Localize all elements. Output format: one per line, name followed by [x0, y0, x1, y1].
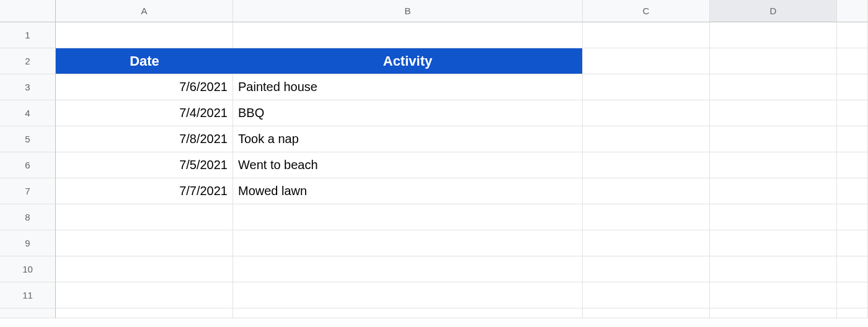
cell-a4[interactable]: 7/4/2021 [56, 100, 233, 126]
cell-a6[interactable]: 7/5/2021 [56, 152, 233, 178]
column-header-row: A B C D [0, 0, 868, 22]
cell-d10[interactable] [710, 256, 837, 282]
cell-d4[interactable] [710, 100, 837, 126]
cell-a7[interactable]: 7/7/2021 [56, 178, 233, 204]
cell-a8[interactable] [56, 204, 233, 230]
cell-b3[interactable]: Painted house [233, 74, 583, 100]
cell-a3[interactable]: 7/6/2021 [56, 74, 233, 100]
cell-c4[interactable] [583, 100, 710, 126]
row-header-3[interactable]: 3 [0, 74, 56, 100]
cell-c1[interactable] [583, 22, 710, 48]
cell-b6[interactable]: Went to beach [233, 152, 583, 178]
row-1: 1 [0, 22, 868, 48]
row-10: 10 [0, 256, 868, 282]
cell-b8[interactable] [233, 204, 583, 230]
cell-b2[interactable]: Activity [233, 48, 583, 74]
cell-b1[interactable] [233, 22, 583, 48]
cell-e6[interactable] [837, 152, 868, 178]
cell-e5[interactable] [837, 126, 868, 152]
cell-e11[interactable] [837, 282, 868, 308]
row-2: 2 Date Activity [0, 48, 868, 74]
cell-d9[interactable] [710, 230, 837, 256]
cell-c11[interactable] [583, 282, 710, 308]
cell-a11[interactable] [56, 282, 233, 308]
cell-a12[interactable] [56, 308, 233, 318]
cell-b5[interactable]: Took a nap [233, 126, 583, 152]
cell-d7[interactable] [710, 178, 837, 204]
cell-b12[interactable] [233, 308, 583, 318]
row-8: 8 [0, 204, 868, 230]
row-5: 5 7/8/2021 Took a nap [0, 126, 868, 152]
cell-c2[interactable] [583, 48, 710, 74]
select-all-corner[interactable] [0, 0, 56, 22]
cell-c8[interactable] [583, 204, 710, 230]
cell-c6[interactable] [583, 152, 710, 178]
cell-d8[interactable] [710, 204, 837, 230]
cell-e1[interactable] [837, 22, 868, 48]
cell-b4[interactable]: BBQ [233, 100, 583, 126]
cell-a9[interactable] [56, 230, 233, 256]
cell-a2[interactable]: Date [56, 48, 233, 74]
row-9: 9 [0, 230, 868, 256]
cell-b9[interactable] [233, 230, 583, 256]
cell-d1[interactable] [710, 22, 837, 48]
col-header-d[interactable]: D [710, 0, 837, 22]
row-header-10[interactable]: 10 [0, 256, 56, 282]
row-3: 3 7/6/2021 Painted house [0, 74, 868, 100]
cell-d2[interactable] [710, 48, 837, 74]
cell-a1[interactable] [56, 22, 233, 48]
cell-a10[interactable] [56, 256, 233, 282]
cell-b7[interactable]: Mowed lawn [233, 178, 583, 204]
cell-d12[interactable] [710, 308, 837, 318]
spreadsheet: A B C D 1 2 Date Activity 3 7/6/2021 Pai… [0, 0, 868, 327]
row-header-9[interactable]: 9 [0, 230, 56, 256]
row-header-1[interactable]: 1 [0, 22, 56, 48]
cell-d6[interactable] [710, 152, 837, 178]
cell-a5[interactable]: 7/8/2021 [56, 126, 233, 152]
cell-d5[interactable] [710, 126, 837, 152]
cell-c12[interactable] [583, 308, 710, 318]
cell-e4[interactable] [837, 100, 868, 126]
col-header-b[interactable]: B [233, 0, 583, 22]
cell-c5[interactable] [583, 126, 710, 152]
row-header-8[interactable]: 8 [0, 204, 56, 230]
row-7: 7 7/7/2021 Mowed lawn [0, 178, 868, 204]
col-header-a[interactable]: A [56, 0, 233, 22]
row-6: 6 7/5/2021 Went to beach [0, 152, 868, 178]
cell-c9[interactable] [583, 230, 710, 256]
col-header-c[interactable]: C [583, 0, 710, 22]
row-header-7[interactable]: 7 [0, 178, 56, 204]
cell-c7[interactable] [583, 178, 710, 204]
row-4: 4 7/4/2021 BBQ [0, 100, 868, 126]
cell-e10[interactable] [837, 256, 868, 282]
cell-e12[interactable] [837, 308, 868, 318]
cell-e7[interactable] [837, 178, 868, 204]
cell-b11[interactable] [233, 282, 583, 308]
cell-d11[interactable] [710, 282, 837, 308]
row-header-11[interactable]: 11 [0, 282, 56, 308]
cell-e9[interactable] [837, 230, 868, 256]
cell-b10[interactable] [233, 256, 583, 282]
row-header-2[interactable]: 2 [0, 48, 56, 74]
row-header-5[interactable]: 5 [0, 126, 56, 152]
row-header-4[interactable]: 4 [0, 100, 56, 126]
cell-c10[interactable] [583, 256, 710, 282]
cell-e8[interactable] [837, 204, 868, 230]
row-12-partial [0, 308, 868, 318]
col-header-e[interactable] [837, 0, 868, 22]
row-header-12[interactable] [0, 308, 56, 318]
cell-e3[interactable] [837, 74, 868, 100]
row-header-6[interactable]: 6 [0, 152, 56, 178]
cell-d3[interactable] [710, 74, 837, 100]
cell-e2[interactable] [837, 48, 868, 74]
cell-c3[interactable] [583, 74, 710, 100]
row-11: 11 [0, 282, 868, 308]
